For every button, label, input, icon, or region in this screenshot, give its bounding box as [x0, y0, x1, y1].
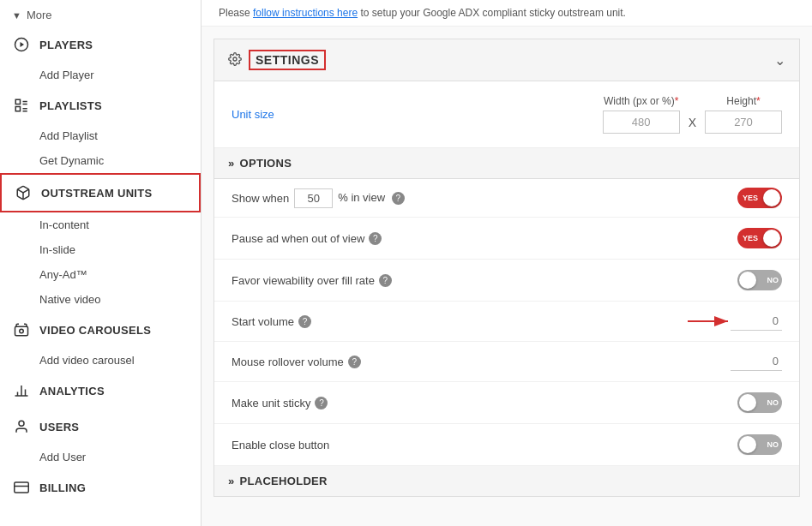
width-col: Width (px or %)* — [603, 95, 680, 134]
billing-label: BILLING — [39, 481, 86, 494]
make-sticky-label: Make unit sticky ? — [232, 397, 328, 409]
favor-viewability-toggle-label: NO — [767, 276, 779, 284]
favor-viewability-toggle[interactable]: NO — [737, 270, 782, 290]
height-input[interactable] — [705, 111, 782, 134]
sidebar-item-players[interactable]: PLAYERS — [0, 27, 201, 63]
instructions-link[interactable]: follow instructions here — [253, 7, 358, 19]
sidebar-sub-in-slide[interactable]: In-slide — [0, 237, 201, 262]
sidebar-item-users[interactable]: USERS — [0, 409, 201, 445]
sidebar-sub-in-content[interactable]: In-content — [0, 212, 201, 237]
mouse-rollover-input[interactable] — [731, 352, 782, 371]
show-when-question-icon[interactable]: ? — [392, 192, 405, 205]
pause-ad-toggle-track[interactable]: YES — [737, 228, 782, 248]
placeholder-header[interactable]: » PLACEHOLDER — [214, 466, 799, 496]
play-circle-icon — [12, 35, 31, 54]
show-when-label: Show when — [232, 192, 289, 205]
players-label: PLAYERS — [39, 39, 93, 51]
sidebar-item-video-carousels[interactable]: VIDEO CAROUSELS — [0, 312, 201, 348]
width-label: Width (px or %)* — [604, 95, 678, 107]
favor-viewability-label: Favor viewability over fill rate ? — [232, 274, 392, 287]
show-when-input[interactable] — [294, 188, 333, 208]
favor-viewability-row: Favor viewability over fill rate ? NO — [214, 260, 799, 302]
pause-ad-toggle[interactable]: YES — [737, 228, 782, 248]
show-when-toggle-track[interactable]: YES — [737, 188, 782, 208]
start-volume-question-icon[interactable]: ? — [298, 315, 311, 328]
playlists-label: PLAYLISTS — [39, 99, 102, 112]
enable-close-toggle-label: NO — [767, 440, 779, 449]
svg-marker-1 — [21, 42, 25, 47]
pause-ad-question-icon[interactable]: ? — [369, 232, 382, 245]
make-sticky-question-icon[interactable]: ? — [315, 397, 328, 409]
carousel-icon — [12, 320, 31, 339]
make-sticky-toggle-track[interactable]: NO — [737, 392, 782, 413]
height-label: Height* — [726, 95, 760, 107]
enable-close-label: Enable close button — [232, 439, 329, 451]
video-carousels-label: VIDEO CAROUSELS — [39, 324, 151, 337]
svg-point-18 — [233, 57, 237, 61]
make-sticky-toggle-label: NO — [767, 398, 779, 407]
placeholder-label: PLACEHOLDER — [240, 475, 328, 487]
enable-close-toggle-thumb — [739, 436, 756, 453]
sidebar-sub-get-dynamic[interactable]: Get Dynamic — [0, 148, 201, 173]
sidebar-sub-native-video[interactable]: Native video — [0, 287, 201, 312]
start-volume-label: Start volume ? — [232, 315, 311, 328]
favor-viewability-toggle-track[interactable]: NO — [737, 270, 782, 290]
box-icon — [14, 183, 33, 202]
sidebar-item-analytics[interactable]: ANALYTICS — [0, 373, 201, 409]
placeholder-chevron-icon: » — [228, 475, 235, 487]
person-icon — [12, 417, 31, 436]
enable-close-toggle-track[interactable]: NO — [737, 434, 782, 455]
sidebar-more-header[interactable]: ▼ More — [0, 3, 201, 27]
unit-size-fields: Width (px or %)* X Height* — [603, 95, 782, 134]
svg-rect-2 — [15, 99, 20, 104]
red-arrow — [683, 311, 735, 332]
favor-viewability-toggle-thumb — [739, 272, 756, 289]
mouse-rollover-label: Mouse rollover volume ? — [232, 356, 361, 368]
show-when-toggle[interactable]: YES — [737, 188, 782, 208]
sidebar-sub-add-player[interactable]: Add Player — [0, 63, 201, 87]
sidebar-item-billing[interactable]: BILLING — [0, 469, 201, 505]
width-input[interactable] — [603, 111, 680, 134]
sidebar-sub-add-playlist[interactable]: Add Playlist — [0, 123, 201, 148]
enable-close-row: Enable close button NO — [214, 424, 799, 466]
settings-header[interactable]: SETTINGS ⌄ — [214, 39, 799, 81]
start-volume-value — [731, 312, 782, 331]
sidebar-sub-any-ad[interactable]: Any-Ad™ — [0, 262, 201, 287]
sidebar-sub-add-video-carousel[interactable]: Add video carousel — [0, 348, 201, 373]
pause-ad-toggle-thumb — [763, 230, 780, 247]
list-icon — [12, 96, 31, 115]
sidebar-item-outstream[interactable]: OUTSTREAM UNITS — [0, 173, 201, 212]
svg-point-15 — [19, 421, 24, 426]
chevron-right-icon: » — [228, 157, 235, 170]
main-content: Please follow instructions here to setup… — [201, 0, 812, 526]
pause-ad-row: Pause ad when out of view ? YES — [214, 218, 799, 260]
gear-icon — [228, 52, 242, 69]
enable-close-toggle[interactable]: NO — [737, 434, 782, 455]
settings-header-left: SETTINGS — [228, 50, 326, 70]
height-col: Height* — [705, 95, 782, 134]
show-when-toggle-label: YES — [743, 194, 758, 202]
bar-chart-icon — [12, 381, 31, 400]
favor-viewability-question-icon[interactable]: ? — [379, 274, 392, 287]
pause-ad-toggle-label: YES — [743, 234, 758, 242]
settings-chevron: ⌄ — [774, 52, 785, 69]
sidebar-item-playlists[interactable]: PLAYLISTS — [0, 87, 201, 123]
svg-rect-9 — [15, 326, 28, 336]
settings-title: SETTINGS — [249, 50, 326, 70]
analytics-label: ANALYTICS — [39, 385, 105, 397]
svg-rect-16 — [15, 482, 29, 493]
size-separator: X — [689, 116, 696, 129]
sidebar-sub-add-user[interactable]: Add User — [0, 445, 201, 469]
mouse-rollover-value — [731, 352, 782, 371]
options-header[interactable]: » OPTIONS — [214, 148, 799, 179]
start-volume-input[interactable] — [731, 312, 782, 331]
unit-size-row: Unit size Width (px or %)* X Height* — [214, 81, 799, 148]
chevron-down-icon: ▼ — [12, 10, 21, 21]
make-sticky-toggle-thumb — [739, 394, 756, 411]
more-label: More — [27, 9, 52, 21]
show-when-row: Show when % in view ? YES — [214, 179, 799, 218]
pause-ad-label: Pause ad when out of view ? — [232, 232, 382, 245]
svg-rect-3 — [15, 107, 20, 111]
mouse-rollover-question-icon[interactable]: ? — [348, 356, 361, 368]
make-sticky-toggle[interactable]: NO — [737, 392, 782, 413]
